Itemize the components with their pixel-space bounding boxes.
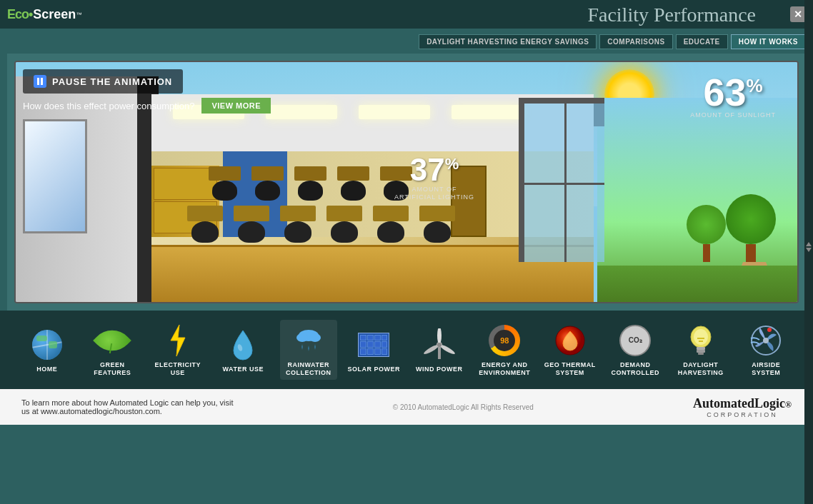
nav-item-airside[interactable]: AIRSIDESYSTEM [737, 323, 794, 377]
desk-row-2 [187, 206, 455, 243]
nav-label-solar: SOLAR POWER [347, 366, 400, 373]
nav-label-home: HOME [36, 366, 57, 373]
nav-item-green-features[interactable]: GREENFEATURES [84, 323, 141, 377]
energy-icon-wrap: 98 [487, 323, 522, 358]
rainwater-icon [292, 324, 325, 357]
light-panel-4 [452, 105, 523, 119]
svg-rect-10 [438, 348, 441, 359]
sunlight-label: AMOUNT OF SUNLIGHT [690, 111, 776, 119]
tab-daylight-harvesting[interactable]: DAYLIGHT HARVESTING ENERGY SAVINGS [419, 34, 597, 49]
nav-label-demand: DEMANDCONTROLLED [612, 361, 660, 377]
energy-gauge-icon: 98 [489, 325, 520, 356]
nav-label-green-features: GREENFEATURES [94, 361, 131, 377]
footer-logo-area: AutomatedLogic® CORPORATION [693, 396, 792, 418]
nav-label-energy: ENERGY ANDENVIRONMENT [479, 361, 530, 377]
light-panel-2 [266, 105, 337, 119]
nav-label-daylight: DAYLIGHTHARVESTING [678, 361, 724, 377]
outside-scene [597, 98, 797, 303]
nav-item-demand[interactable]: CO₂ DEMANDCONTROLLED [607, 323, 664, 377]
light-panel-3 [359, 105, 430, 119]
footer-copyright: © 2010 AutomatedLogic All Rights Reserve… [393, 403, 534, 411]
airside-icon-wrap [748, 323, 784, 358]
geo-thermal-icon-wrap [552, 323, 588, 358]
svg-point-20 [763, 338, 769, 343]
co2-text: CO₂ [629, 337, 642, 344]
footer-text-line2: us at www.automatedlogic/houston.com. [21, 407, 162, 415]
desk-row-1 [209, 166, 412, 201]
svg-point-6 [437, 328, 442, 344]
svg-rect-15 [698, 353, 704, 355]
sunlight-percent-sign: % [747, 75, 763, 96]
lighting-percent-value: 37 [410, 152, 445, 187]
logo: Eco • Screen ™ [7, 7, 81, 22]
leaf-icon [97, 326, 127, 356]
view-more-button[interactable]: VIEW MORE [201, 98, 271, 114]
close-button[interactable]: ✕ [790, 6, 806, 22]
room-windows [519, 98, 604, 262]
lighting-label-line2: ARTIFICIAL LIGHTING [394, 193, 474, 202]
electricity-icon-wrap [160, 323, 196, 358]
pause-icon [34, 75, 46, 88]
wind-icon-wrap [422, 327, 457, 363]
svg-point-16 [694, 329, 708, 345]
building-window [23, 119, 87, 233]
svg-marker-0 [171, 325, 185, 356]
footer-company-logo: AutomatedLogic® [693, 396, 792, 411]
tab-comparisons[interactable]: COMPARISONS [599, 34, 672, 49]
airside-fan-icon [749, 324, 782, 357]
tab-how-it-works[interactable]: HOW IT WORKS [731, 34, 806, 49]
footer-company-name: AutomatedLogic [693, 396, 785, 410]
nav-label-geo-thermal: GEO THERMALSYSTEM [544, 361, 596, 377]
nav-item-rainwater[interactable]: RAINWATERCOLLECTION [280, 320, 337, 380]
pause-bar[interactable]: PAUSE THE ANIMATION [23, 69, 183, 94]
pause-bar-1 [37, 78, 39, 85]
nav-item-daylight-harvesting[interactable]: DAYLIGHTHARVESTING [672, 323, 729, 377]
wind-turbine-icon [423, 328, 456, 361]
footer-info-text: To learn more about how Automated Logic … [21, 398, 234, 415]
tab-educate[interactable]: EDUCATE [676, 34, 728, 49]
nav-item-wind[interactable]: WIND POWER [411, 327, 468, 373]
nav-label-airside: AIRSIDESYSTEM [752, 361, 780, 377]
header: Eco • Screen ™ Facility Performance ✕ [0, 0, 813, 29]
water-use-icon-wrap [225, 327, 261, 363]
nav-label-water-use: WATER USE [223, 366, 264, 373]
right-scrollbar[interactable] [804, 0, 813, 504]
solar-icon-wrap [356, 327, 391, 363]
footer-company-sub: CORPORATION [693, 411, 792, 418]
nav-item-water-use[interactable]: WATER USE [214, 327, 271, 373]
rainwater-icon-wrap [291, 323, 326, 358]
nav-tabs: DAYLIGHT HARVESTING ENERGY SAVINGS COMPA… [0, 29, 813, 54]
globe-icon [32, 330, 62, 360]
bulb-icon [687, 324, 714, 357]
nav-label-rainwater: RAINWATERCOLLECTION [286, 361, 331, 377]
demand-icon-wrap: CO₂ [617, 323, 653, 358]
scroll-arrows [804, 242, 813, 252]
bottom-nav: HOME GREENFEATURES ELECTRICITYUSE WATER … [0, 311, 813, 389]
footer: To learn more about how Automated Logic … [0, 389, 813, 425]
question-bar: How does this effect power consumption? … [23, 98, 271, 114]
home-icon-wrap [29, 327, 65, 363]
svg-rect-14 [697, 350, 705, 353]
sunlight-percent: 63% AMOUNT OF SUNLIGHT [690, 73, 776, 119]
nav-label-electricity: ELECTRICITYUSE [154, 361, 201, 377]
tree-2 [687, 205, 726, 262]
lighting-percent-sign: % [445, 155, 459, 173]
nav-item-energy[interactable]: 98 ENERGY ANDENVIRONMENT [476, 323, 533, 377]
nav-item-home[interactable]: HOME [19, 327, 76, 373]
nav-item-solar[interactable]: SOLAR POWER [345, 327, 402, 373]
footer-trademark: ® [785, 400, 792, 410]
solar-panel-icon [358, 333, 389, 357]
scroll-down-arrow [806, 248, 812, 252]
svg-point-21 [767, 328, 772, 332]
nav-item-geo-thermal[interactable]: GEO THERMALSYSTEM [542, 323, 599, 377]
animation-box: 37% AMOUNT OF ARTIFICIAL LIGHTING 63% AM… [14, 61, 799, 303]
geo-thermal-icon [554, 324, 587, 357]
green-features-icon-wrap [94, 323, 130, 358]
question-text: How does this effect power consumption? [23, 101, 194, 111]
logo-tm: ™ [76, 11, 81, 18]
logo-screen: Screen [33, 7, 76, 22]
svg-point-3 [296, 333, 308, 342]
facility-title: Facility Performance [587, 4, 756, 26]
nav-item-electricity[interactable]: ELECTRICITYUSE [149, 323, 206, 377]
daylight-icon-wrap [683, 323, 719, 358]
